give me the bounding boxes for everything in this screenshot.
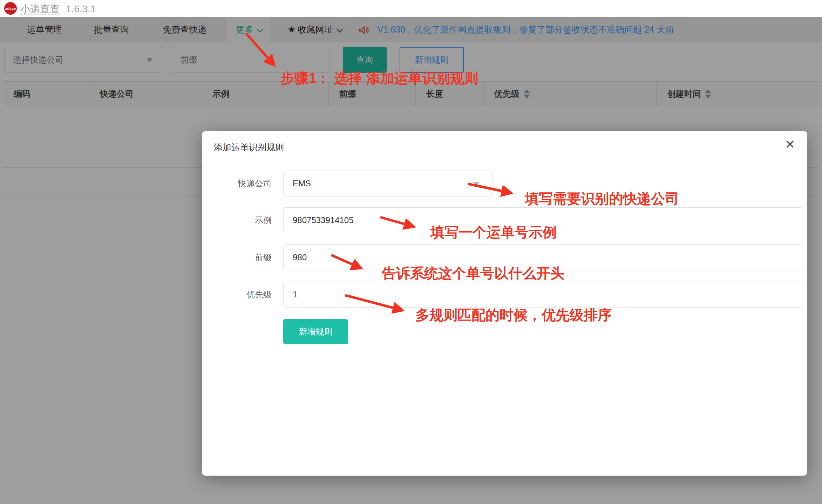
app-logo-icon: xdccy [4, 2, 17, 15]
company-select-value: EMS [293, 179, 311, 188]
form-row-priority: 优先级 [202, 282, 807, 308]
app-name: 小递查查 [20, 4, 60, 15]
dropdown-arrow-icon [473, 182, 480, 186]
dialog-title: 添加运单识别规则 [214, 141, 284, 153]
submit-add-rule-button[interactable]: 新增规则 [283, 319, 348, 344]
company-select-field[interactable]: EMS [283, 171, 493, 196]
priority-input[interactable] [283, 282, 803, 308]
title-bar: xdccy 小递查查 1.6.3.1 [0, 0, 822, 17]
company-field-label: 快递公司 [202, 171, 272, 196]
add-rule-dialog: 添加运单识别规则 × 快递公司 EMS 示例 前缀 优先级 新增规则 [202, 131, 807, 476]
prefix-input[interactable] [283, 244, 803, 270]
app-title: 小递查查 1.6.3.1 [20, 2, 96, 16]
app-version: 1.6.3.1 [66, 4, 96, 14]
form-row-example: 示例 [202, 207, 807, 233]
form-row-company: 快递公司 EMS [202, 171, 807, 196]
prefix-field-label: 前缀 [202, 244, 272, 270]
example-input[interactable] [283, 207, 803, 233]
close-icon[interactable]: × [785, 136, 795, 152]
example-field-label: 示例 [202, 207, 272, 233]
priority-field-label: 优先级 [202, 282, 272, 308]
form-row-prefix: 前缀 [202, 244, 807, 270]
page: xdccy 小递查查 1.6.3.1 运单管理 批量查询 免费查快递 更多 ★收… [0, 0, 822, 504]
